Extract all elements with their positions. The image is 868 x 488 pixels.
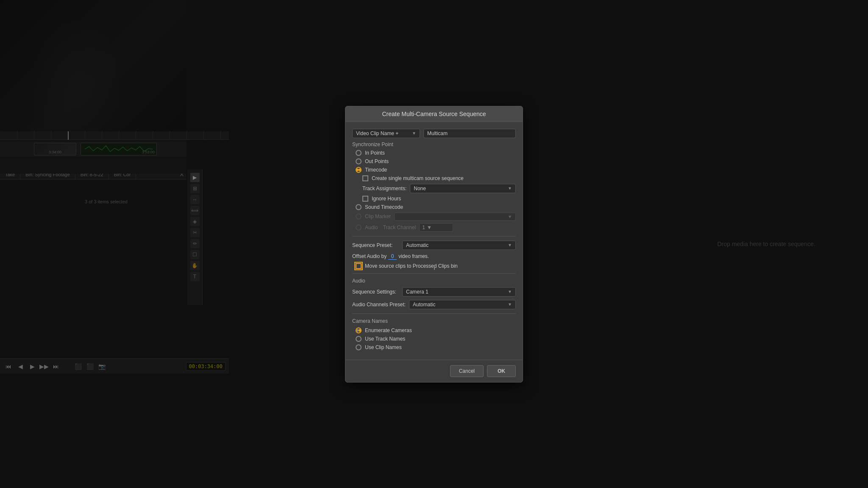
sync-sound-timecode-radio[interactable]	[356, 204, 362, 210]
offset-audio-suffix: video frames.	[398, 253, 429, 259]
sync-timecode-row: Timecode	[352, 167, 516, 173]
track-assignments-label: Track Assignments:	[362, 186, 406, 191]
sync-out-points-label: Out Points	[365, 158, 389, 164]
sync-timecode-label: Timecode	[365, 167, 387, 173]
sync-audio-track-channel-label: Track Channel	[381, 225, 416, 230]
create-single-multicam-checkbox[interactable]	[362, 175, 368, 181]
sync-in-points-label: In Points	[365, 150, 385, 156]
sync-sound-timecode-row: Sound Timecode	[352, 204, 516, 210]
audio-sequence-settings-dropdown[interactable]: Camera 1 ▼	[402, 287, 516, 297]
clip-name-dropdown[interactable]: Video Clip Name + ▼	[352, 129, 420, 138]
clip-marker-dropdown[interactable]: ▼	[394, 213, 516, 221]
ok-button[interactable]: OK	[487, 365, 516, 377]
camera-enumerate-row: Enumerate Cameras	[352, 327, 516, 333]
sync-out-points-radio[interactable]	[356, 158, 362, 164]
audio-ch-arrow: ▼	[508, 302, 512, 307]
audio-channels-preset-dropdown[interactable]: Automatic ▼	[409, 300, 516, 309]
sync-audio-row: Audio Track Channel 1 ▼	[352, 223, 516, 232]
sync-timecode-radio[interactable]	[356, 167, 362, 173]
divider-3	[352, 313, 516, 314]
create-multicam-dialog: Create Multi-Camera Source Sequence Vide…	[345, 106, 523, 383]
modal-overlay: Create Multi-Camera Source Sequence Vide…	[0, 0, 868, 488]
sequence-preset-label: Sequence Preset:	[352, 242, 399, 248]
sync-out-points-row: Out Points	[352, 158, 516, 164]
camera-track-names-radio[interactable]	[356, 336, 362, 342]
camera-names-label: Camera Names	[352, 318, 516, 324]
create-single-multicam-row: Create single multicam source sequence	[352, 175, 516, 181]
clip-name-dropdown-label: Video Clip Name +	[356, 130, 398, 136]
sync-clip-marker-row: Clip Marker ▼	[352, 213, 516, 221]
sync-audio-radio[interactable]	[356, 225, 362, 230]
sync-in-points-radio[interactable]	[356, 150, 362, 156]
offset-audio-prefix: Offset Audio by	[352, 253, 387, 259]
ignore-hours-row: Ignore Hours	[352, 196, 516, 202]
audio-track-channel-dropdown[interactable]: 1 ▼	[419, 223, 453, 232]
clip-name-input[interactable]	[423, 129, 516, 138]
audio-channels-preset-label: Audio Channels Preset:	[352, 302, 406, 308]
dialog-title: Create Multi-Camera Source Sequence	[345, 106, 523, 122]
sync-in-points-row: In Points	[352, 150, 516, 156]
divider-2	[352, 273, 516, 274]
audio-channels-preset-row: Audio Channels Preset: Automatic ▼	[352, 300, 516, 309]
audio-sequence-settings-label: Sequence Settings:	[352, 289, 399, 295]
camera-clip-names-label: Use Clip Names	[365, 344, 402, 350]
offset-audio-value[interactable]	[388, 253, 397, 260]
track-assignments-value: None	[414, 186, 426, 191]
camera-enumerate-radio[interactable]	[356, 327, 362, 333]
sequence-preset-row: Sequence Preset: Automatic ▼	[352, 241, 516, 250]
ignore-hours-checkbox[interactable]	[362, 196, 368, 202]
divider-1	[352, 236, 516, 236]
ignore-hours-label: Ignore Hours	[372, 196, 401, 202]
track-assignments-row: Track Assignments: None ▼	[352, 184, 516, 193]
camera-enumerate-label: Enumerate Cameras	[365, 327, 412, 333]
sequence-preset-dropdown[interactable]: Automatic ▼	[402, 241, 516, 250]
audio-sequence-settings-row: Sequence Settings: Camera 1 ▼	[352, 287, 516, 297]
synchronize-point-label: Synchronize Point	[352, 141, 516, 147]
sync-clip-marker-radio[interactable]	[356, 214, 362, 219]
sync-audio-label: Audio	[365, 225, 378, 230]
audio-track-channel-value: 1	[422, 225, 425, 230]
audio-channels-preset-value: Automatic	[413, 302, 435, 308]
cursor	[434, 266, 435, 270]
audio-seq-arrow: ▼	[508, 289, 512, 294]
camera-track-names-label: Use Track Names	[365, 336, 405, 342]
create-single-multicam-label: Create single multicam source sequence	[372, 175, 464, 181]
sequence-preset-arrow: ▼	[508, 243, 512, 247]
camera-clip-names-radio[interactable]	[356, 344, 362, 350]
track-assignments-dropdown[interactable]: None ▼	[410, 184, 516, 193]
move-source-clips-row: Move source clips to Processed Clips bin	[352, 263, 516, 269]
clip-name-row: Video Clip Name + ▼	[352, 129, 516, 138]
clip-marker-arrow: ▼	[508, 214, 512, 219]
offset-audio-row: Offset Audio by video frames.	[352, 253, 516, 260]
camera-track-names-row: Use Track Names	[352, 336, 516, 342]
move-source-clips-checkbox[interactable]	[356, 263, 362, 269]
audio-sequence-settings-value: Camera 1	[406, 289, 428, 295]
sequence-preset-value: Automatic	[406, 242, 428, 248]
dialog-footer: Cancel OK	[345, 360, 523, 382]
sync-sound-timecode-label: Sound Timecode	[365, 204, 403, 210]
track-assignments-arrow: ▼	[508, 186, 512, 191]
audio-section-label: Audio	[352, 278, 516, 284]
audio-track-channel-arrow: ▼	[427, 225, 432, 230]
cancel-button[interactable]: Cancel	[450, 365, 484, 377]
camera-clip-names-row: Use Clip Names	[352, 344, 516, 350]
clip-name-dropdown-arrow: ▼	[412, 131, 416, 136]
move-source-clips-label: Move source clips to Processed Clips bin	[365, 263, 458, 269]
sync-clip-marker-label: Clip Marker	[365, 214, 391, 219]
dialog-body: Video Clip Name + ▼ Synchronize Point In…	[345, 122, 523, 360]
